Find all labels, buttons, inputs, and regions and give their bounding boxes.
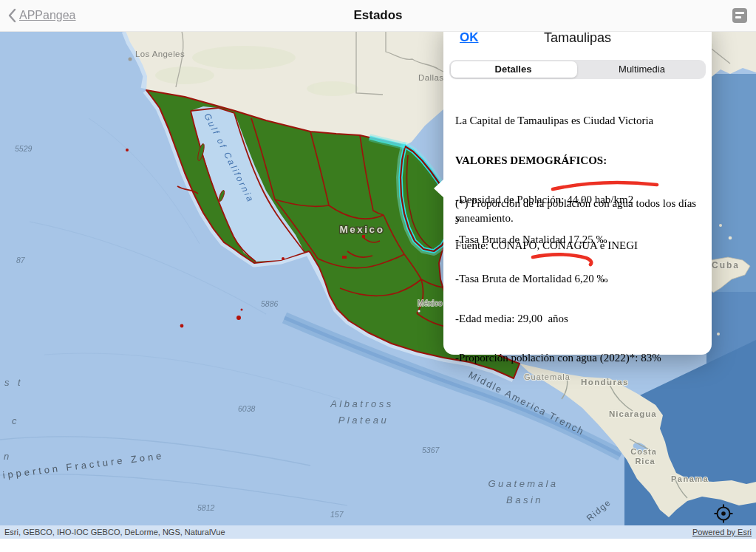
depth-5529: 5529: [15, 144, 33, 153]
card-line-2: [735, 16, 741, 18]
map-label-rica: Rica: [635, 457, 655, 466]
map-label-albatross: Albatross: [330, 398, 394, 409]
powered-by-esri-link[interactable]: Powered by Esri: [692, 525, 752, 539]
page-title: Estados: [0, 0, 756, 31]
capital-marker-mexico-city: [418, 310, 420, 312]
top-nav-bar: APPangea Estados: [0, 0, 756, 32]
map-label-fragment-st: s t: [4, 377, 24, 388]
depth-157: 157: [330, 510, 344, 519]
feature-popup: OK Tamaulipas Detalles Multimedia La Cap…: [443, 22, 712, 355]
map-label-mexico-country: Mexico: [340, 224, 385, 235]
island: [719, 224, 722, 227]
island: [729, 236, 732, 240]
depth-6038: 6038: [238, 404, 256, 413]
map-label-costa: Costa: [630, 447, 657, 456]
map-label-nicaragua: Nicaragua: [609, 409, 657, 418]
map-label-mexico-city: México: [418, 299, 443, 307]
popup-footnote: (*) Proporción de la población con agua …: [455, 197, 701, 225]
body-line: La Capital de Tamaulipas es Ciudad Victo…: [455, 114, 701, 129]
footnote-line: saneamiento.: [455, 211, 701, 226]
depth-5367: 5367: [422, 446, 440, 454]
tab-bar: Detalles Multimedia: [449, 60, 706, 79]
tab-detalles[interactable]: Detalles: [449, 60, 577, 79]
depth-5812: 5812: [197, 503, 215, 512]
map-label-fragment-n: n: [4, 451, 12, 462]
popup-title: Tamaulipas: [443, 30, 712, 46]
map-label-plateau: Plateau: [338, 415, 389, 426]
city-dot-los-angeles: [129, 58, 132, 61]
body-line: -Proporción población con agua (2022)*: …: [455, 351, 701, 366]
map-label-panama: Panama: [671, 474, 709, 483]
popup-source: Fuente: CONAPO, CONAGUA e INEGI: [455, 239, 701, 253]
popup-callout-tail: [434, 179, 444, 198]
map-label-dallas: Dallas: [418, 73, 443, 82]
card-shape: [732, 8, 747, 23]
map-label-los-angeles: Los Angeles: [135, 50, 185, 58]
body-line: VALORES DEMOGRÁFICOS:: [455, 154, 701, 168]
map-label-fragment-c: c: [12, 415, 20, 426]
legend-card-icon[interactable]: [731, 7, 749, 24]
map-label-guatemala-basin-2: Basin: [506, 494, 543, 505]
footnote-line: (*) Proporción de la población con agua …: [455, 197, 701, 211]
attribution-sources: Esri, GEBCO, IHO-IOC GEBCO, DeLorme, NGS…: [4, 525, 225, 539]
body-line: -Edad media: 29,00 años: [455, 312, 701, 327]
attribution-bar: Esri, GEBCO, IHO-IOC GEBCO, DeLorme, NGS…: [0, 525, 756, 539]
map-label-guatemala-basin-1: Guatemala: [488, 478, 558, 489]
map-label-cuba: Cuba: [712, 260, 740, 270]
card-line-1: [735, 12, 744, 14]
body-line: -Tasa Bruta de Mortalidad 6,20 ‰: [455, 272, 701, 287]
tab-multimedia[interactable]: Multimedia: [578, 60, 706, 79]
app-screen: Los Angeles Dallas Mexico México Cuba Gu…: [0, 0, 756, 552]
island: [717, 333, 720, 335]
depth-5886: 5886: [261, 299, 279, 308]
depth-87: 87: [16, 256, 26, 265]
